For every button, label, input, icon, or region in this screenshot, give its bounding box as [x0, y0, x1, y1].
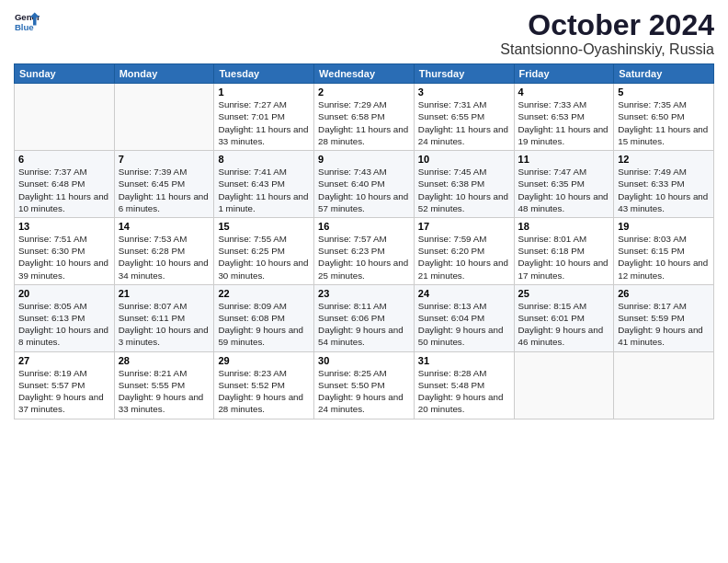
day-number: 1 [218, 86, 310, 98]
day-info: Sunrise: 8:25 AMSunset: 5:50 PMDaylight:… [318, 367, 410, 416]
title-block: October 2024 Stantsionno-Oyashinskiy, Ru… [500, 9, 714, 58]
table-row: 3Sunrise: 7:31 AMSunset: 6:55 PMDaylight… [414, 84, 514, 151]
table-row: 18Sunrise: 8:01 AMSunset: 6:18 PMDayligh… [514, 217, 614, 284]
week-row: 1Sunrise: 7:27 AMSunset: 7:01 PMDaylight… [15, 84, 714, 151]
day-info: Sunrise: 7:35 AMSunset: 6:50 PMDaylight:… [618, 98, 710, 147]
week-row: 6Sunrise: 7:37 AMSunset: 6:48 PMDaylight… [15, 151, 714, 218]
table-row [514, 351, 614, 419]
table-row: 15Sunrise: 7:55 AMSunset: 6:25 PMDayligh… [214, 217, 314, 284]
week-row: 27Sunrise: 8:19 AMSunset: 5:57 PMDayligh… [15, 351, 714, 419]
table-row: 24Sunrise: 8:13 AMSunset: 6:04 PMDayligh… [414, 284, 514, 351]
table-row: 12Sunrise: 7:49 AMSunset: 6:33 PMDayligh… [614, 151, 714, 218]
day-number: 7 [119, 154, 210, 165]
day-info: Sunrise: 8:09 AMSunset: 6:08 PMDaylight:… [218, 300, 310, 349]
day-number: 24 [418, 288, 510, 299]
table-row: 27Sunrise: 8:19 AMSunset: 5:57 PMDayligh… [15, 351, 115, 419]
day-info: Sunrise: 8:11 AMSunset: 6:06 PMDaylight:… [318, 300, 410, 349]
table-row: 29Sunrise: 8:23 AMSunset: 5:52 PMDayligh… [214, 351, 314, 419]
day-number: 17 [418, 221, 510, 232]
table-row: 10Sunrise: 7:45 AMSunset: 6:38 PMDayligh… [414, 151, 514, 218]
day-number: 6 [18, 154, 110, 165]
day-info: Sunrise: 8:15 AMSunset: 6:01 PMDaylight:… [518, 300, 610, 349]
table-row: 6Sunrise: 7:37 AMSunset: 6:48 PMDaylight… [15, 151, 115, 218]
day-number: 23 [318, 288, 410, 299]
table-row: 23Sunrise: 8:11 AMSunset: 6:06 PMDayligh… [314, 284, 415, 351]
table-row: 28Sunrise: 8:21 AMSunset: 5:55 PMDayligh… [114, 351, 214, 419]
day-info: Sunrise: 8:07 AMSunset: 6:11 PMDaylight:… [119, 300, 210, 349]
table-row: 5Sunrise: 7:35 AMSunset: 6:50 PMDaylight… [614, 84, 714, 151]
col-wednesday: Wednesday [314, 64, 415, 84]
day-number: 29 [218, 355, 310, 366]
table-row: 20Sunrise: 8:05 AMSunset: 6:13 PMDayligh… [15, 284, 115, 351]
day-number: 19 [618, 221, 710, 232]
day-info: Sunrise: 7:57 AMSunset: 6:23 PMDaylight:… [318, 233, 410, 282]
day-number: 21 [119, 288, 210, 299]
table-row: 30Sunrise: 8:25 AMSunset: 5:50 PMDayligh… [314, 351, 415, 419]
day-info: Sunrise: 7:45 AMSunset: 6:38 PMDaylight:… [418, 166, 510, 214]
table-row [614, 351, 714, 419]
day-info: Sunrise: 8:19 AMSunset: 5:57 PMDaylight:… [18, 367, 110, 416]
day-number: 2 [318, 86, 410, 98]
day-number: 28 [119, 355, 210, 366]
logo: General Blue [14, 9, 40, 35]
col-thursday: Thursday [414, 64, 514, 84]
table-row: 13Sunrise: 7:51 AMSunset: 6:30 PMDayligh… [15, 217, 115, 284]
day-number: 31 [418, 355, 510, 366]
day-info: Sunrise: 8:17 AMSunset: 5:59 PMDaylight:… [618, 300, 710, 349]
day-info: Sunrise: 8:28 AMSunset: 5:48 PMDaylight:… [418, 367, 510, 416]
table-row: 11Sunrise: 7:47 AMSunset: 6:35 PMDayligh… [514, 151, 614, 218]
col-sunday: Sunday [15, 64, 115, 84]
table-row: 2Sunrise: 7:29 AMSunset: 6:58 PMDaylight… [314, 84, 415, 151]
table-row: 16Sunrise: 7:57 AMSunset: 6:23 PMDayligh… [314, 217, 415, 284]
day-number: 5 [618, 86, 710, 98]
day-info: Sunrise: 8:21 AMSunset: 5:55 PMDaylight:… [119, 367, 210, 416]
day-number: 14 [119, 221, 210, 232]
table-row: 9Sunrise: 7:43 AMSunset: 6:40 PMDaylight… [314, 151, 415, 218]
day-info: Sunrise: 7:47 AMSunset: 6:35 PMDaylight:… [518, 166, 610, 214]
day-info: Sunrise: 7:59 AMSunset: 6:20 PMDaylight:… [418, 233, 510, 282]
day-info: Sunrise: 7:41 AMSunset: 6:43 PMDaylight:… [218, 166, 310, 214]
col-friday: Friday [514, 64, 614, 84]
col-tuesday: Tuesday [214, 64, 314, 84]
day-number: 26 [618, 288, 710, 299]
day-number: 30 [318, 355, 410, 366]
day-number: 12 [618, 154, 710, 165]
day-info: Sunrise: 8:13 AMSunset: 6:04 PMDaylight:… [418, 300, 510, 349]
table-row: 19Sunrise: 8:03 AMSunset: 6:15 PMDayligh… [614, 217, 714, 284]
subtitle: Stantsionno-Oyashinskiy, Russia [500, 41, 714, 58]
month-title: October 2024 [500, 9, 714, 41]
day-info: Sunrise: 7:37 AMSunset: 6:48 PMDaylight:… [18, 166, 110, 214]
table-row: 21Sunrise: 8:07 AMSunset: 6:11 PMDayligh… [114, 284, 214, 351]
day-number: 3 [418, 86, 510, 98]
table-row: 8Sunrise: 7:41 AMSunset: 6:43 PMDaylight… [214, 151, 314, 218]
day-number: 8 [218, 154, 310, 165]
day-number: 20 [18, 288, 110, 299]
table-row: 4Sunrise: 7:33 AMSunset: 6:53 PMDaylight… [514, 84, 614, 151]
table-row [114, 84, 214, 151]
day-info: Sunrise: 8:05 AMSunset: 6:13 PMDaylight:… [18, 300, 110, 349]
day-number: 15 [218, 221, 310, 232]
day-info: Sunrise: 7:33 AMSunset: 6:53 PMDaylight:… [518, 98, 610, 147]
day-info: Sunrise: 7:49 AMSunset: 6:33 PMDaylight:… [618, 166, 710, 214]
day-number: 10 [418, 154, 510, 165]
calendar-table: Sunday Monday Tuesday Wednesday Thursday… [14, 63, 714, 419]
day-number: 16 [318, 221, 410, 232]
day-number: 18 [518, 221, 610, 232]
day-number: 22 [218, 288, 310, 299]
day-info: Sunrise: 8:01 AMSunset: 6:18 PMDaylight:… [518, 233, 610, 282]
table-row: 22Sunrise: 8:09 AMSunset: 6:08 PMDayligh… [214, 284, 314, 351]
header-row: Sunday Monday Tuesday Wednesday Thursday… [15, 64, 714, 84]
day-info: Sunrise: 7:55 AMSunset: 6:25 PMDaylight:… [218, 233, 310, 282]
table-row: 17Sunrise: 7:59 AMSunset: 6:20 PMDayligh… [414, 217, 514, 284]
table-row: 25Sunrise: 8:15 AMSunset: 6:01 PMDayligh… [514, 284, 614, 351]
day-info: Sunrise: 7:27 AMSunset: 7:01 PMDaylight:… [218, 98, 310, 147]
day-number: 27 [18, 355, 110, 366]
day-info: Sunrise: 8:23 AMSunset: 5:52 PMDaylight:… [218, 367, 310, 416]
table-row: 31Sunrise: 8:28 AMSunset: 5:48 PMDayligh… [414, 351, 514, 419]
day-info: Sunrise: 7:29 AMSunset: 6:58 PMDaylight:… [318, 98, 410, 147]
day-info: Sunrise: 7:51 AMSunset: 6:30 PMDaylight:… [18, 233, 110, 282]
table-row: 1Sunrise: 7:27 AMSunset: 7:01 PMDaylight… [214, 84, 314, 151]
table-row [15, 84, 115, 151]
week-row: 13Sunrise: 7:51 AMSunset: 6:30 PMDayligh… [15, 217, 714, 284]
day-info: Sunrise: 7:39 AMSunset: 6:45 PMDaylight:… [119, 166, 210, 214]
